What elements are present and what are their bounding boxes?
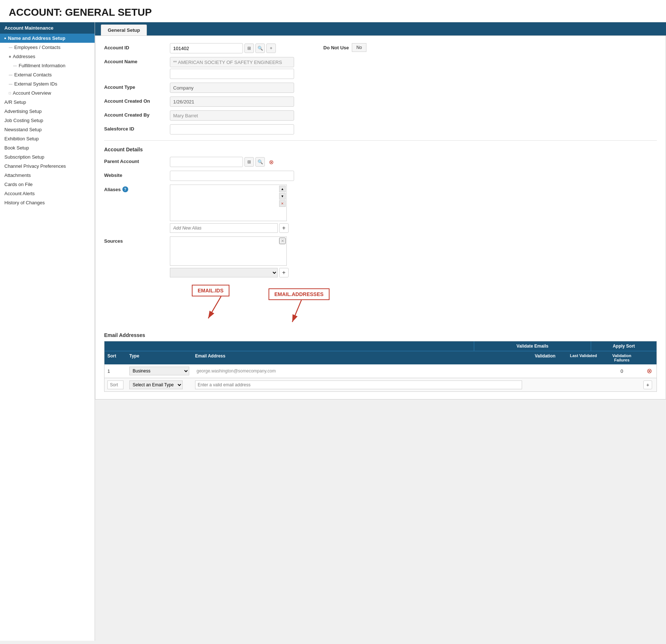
email-top-header: Validate Emails Apply Sort [104,341,657,351]
email-col-sort-header: Sort [104,351,126,364]
sidebar-item-channel-privacy[interactable]: Channel Privacy Preferences [0,162,95,171]
account-created-by-input[interactable] [170,110,294,121]
tab-general-setup[interactable]: General Setup [101,24,147,35]
account-id-input[interactable] [170,43,243,53]
sidebar-item-advertising-setup[interactable]: Advertising Setup [0,107,95,116]
sidebar-label-advertising-setup: Advertising Setup [4,109,42,114]
annotation-email-ids: EMAIL.IDS [192,285,229,296]
sidebar-label-fulfillment-information: Fulfillment Information [19,63,65,68]
sidebar-item-book-setup[interactable]: Book Setup [0,143,95,152]
sidebar-item-exhibition-setup[interactable]: Exhibition Setup [0,134,95,143]
account-id-search-btn[interactable]: 🔍 [255,43,265,53]
sidebar-item-job-costing-setup[interactable]: Job Costing Setup [0,116,95,125]
parent-account-row: Parent Account ⊞ 🔍 ⊗ [104,157,657,167]
sidebar-item-account-alerts[interactable]: Account Alerts [0,189,95,198]
email-col-validation-header: Validation [525,351,565,364]
sidebar-icon-employees-contacts: — [9,45,12,49]
sources-label: Sources [104,236,170,244]
sidebar-label-external-contacts: External Contacts [14,72,52,77]
sidebar-item-attachments[interactable]: Attachments [0,171,95,180]
parent-account-field: ⊞ 🔍 ⊗ [170,157,309,167]
account-created-by-row: Account Created By [104,110,657,121]
account-name-input2[interactable] [170,69,294,79]
aliases-label: Aliases ? [104,185,170,192]
sources-add-btn[interactable]: + [279,268,289,277]
email-col-headers: Sort Type Email Address Validation Last … [104,351,657,364]
email-row-0-addr-input[interactable] [195,368,522,374]
account-created-on-input[interactable] [170,96,294,107]
email-new-sort [104,378,126,391]
email-col-type-header: Type [126,351,192,364]
sidebar-item-name-address-setup[interactable]: ■Name and Address Setup [0,34,95,43]
alias-new-input[interactable] [170,223,278,233]
email-sort-input[interactable] [107,380,123,389]
email-add-btn[interactable]: + [643,380,652,389]
email-row-0-delete-btn[interactable]: ⊗ [647,367,652,375]
account-name-label: Account Name [104,57,170,64]
sidebar-item-cards-on-file[interactable]: Cards on File [0,180,95,189]
account-id-row: Account ID ⊞ 🔍 + Do Not Use No [104,43,657,53]
sidebar-label-job-costing-setup: Job Costing Setup [4,118,43,123]
sidebar-item-addresses[interactable]: ■Addresses [0,52,95,61]
sidebar-item-external-system-ids[interactable]: —External System IDs [0,79,95,88]
sidebar-item-account-overview[interactable]: □Account Overview [0,88,95,98]
account-id-grid-btn[interactable]: ⊞ [244,43,254,53]
parent-account-search-btn[interactable]: 🔍 [255,157,265,167]
email-new-validate [525,383,565,387]
do-not-use-label: Do Not Use [323,45,349,50]
aliases-row: Aliases ? ▲ ▼ ✕ [104,185,657,233]
sidebar-item-fulfillment-information[interactable]: —Fulfillment Information [0,61,95,70]
email-top-header-spacer [104,341,474,351]
apply-sort-header: Apply Sort [591,341,657,351]
email-col-last-validated-header: Last Validated [565,351,602,364]
aliases-delete-btn[interactable]: ✕ [279,200,286,207]
email-col-addr-header: Email Address [192,351,525,364]
sidebar-label-name-address-setup: Name and Address Setup [8,35,65,41]
sidebar-label-cards-on-file: Cards on File [4,182,33,187]
website-input[interactable] [170,171,294,181]
sidebar-icon-fulfillment-information: — [13,64,17,68]
account-name-input[interactable] [170,57,294,67]
email-type-select[interactable]: Select an Email Type Business Personal O… [129,380,183,389]
section-divider-1 [104,140,657,141]
sidebar-icon-addresses: ■ [9,54,11,58]
sources-field: ✕ + [170,236,289,277]
email-row-0-type-select[interactable]: BusinessPersonalOther [129,367,189,375]
sidebar: Account Maintenance ■Name and Address Se… [0,22,95,641]
sidebar-item-external-contacts[interactable]: —External Contacts [0,70,95,79]
account-name-field [170,57,309,79]
account-id-add-btn[interactable]: + [266,43,276,53]
alias-add-btn[interactable]: + [279,223,289,233]
email-addr-input[interactable] [195,380,522,389]
salesforce-id-input[interactable] [170,124,294,135]
arrow-email-addresses [290,300,320,329]
sources-select[interactable] [170,268,278,277]
sidebar-icon-external-contacts: — [9,73,12,77]
email-row-0-type: BusinessPersonalOther [126,364,192,378]
email-new-addr [192,378,525,391]
sidebar-label-attachments: Attachments [4,173,31,178]
aliases-scroll-up-btn[interactable]: ▲ [279,186,286,192]
arrow-email-ids [206,296,236,326]
email-row-0: 1BusinessPersonalOther0⊗ [104,364,657,378]
sources-clear-btn[interactable]: ✕ [279,238,286,244]
parent-account-clear-btn[interactable]: ⊗ [266,157,276,167]
parent-account-input[interactable] [170,157,243,167]
account-type-input[interactable] [170,83,294,93]
aliases-scroll-down-btn[interactable]: ▼ [279,193,286,200]
sidebar-item-ar-setup[interactable]: A/R Setup [0,98,95,107]
website-row: Website [104,171,657,181]
do-not-use-checkbox[interactable]: No [352,43,366,52]
sidebar-item-newsstand-setup[interactable]: Newsstand Setup [0,125,95,134]
sidebar-item-subscription-setup[interactable]: Subscription Setup [0,152,95,162]
aliases-field: ▲ ▼ ✕ + [170,185,289,233]
aliases-scroll-buttons: ▲ ▼ ✕ [279,186,286,207]
sidebar-item-employees-contacts[interactable]: —Employees / Contacts [0,43,95,52]
form-panel: Account ID ⊞ 🔍 + Do Not Use No Account N… [95,35,666,399]
sidebar-label-ar-setup: A/R Setup [4,99,26,105]
sidebar-label-account-alerts: Account Alerts [4,191,35,196]
sidebar-item-history-of-changes[interactable]: History of Changes [0,198,95,207]
parent-account-grid-btn[interactable]: ⊞ [244,157,254,167]
tab-bar: General Setup [95,22,666,35]
aliases-help-icon[interactable]: ? [122,186,128,192]
